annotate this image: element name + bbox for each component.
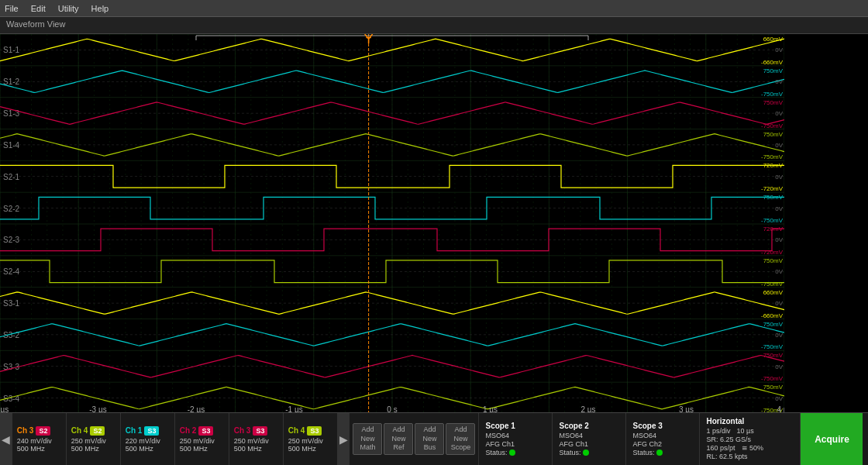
nav-left-btn[interactable]: ◀ bbox=[0, 413, 12, 465]
add-buttons-group: AddNewMathAddNewRefAddNewBusAddNewScope bbox=[350, 413, 479, 465]
menu-file[interactable]: File bbox=[5, 4, 19, 13]
channel-info-2: Ch 1 S3 220 mV/div 500 MHz bbox=[121, 413, 175, 465]
menu-edit[interactable]: Edit bbox=[31, 4, 46, 13]
scope-info-1: Scope 2 MSO64 AFG Ch1 Status: bbox=[553, 413, 626, 465]
channel-info-0: Ch 3 S2 240 mV/div 500 MHz bbox=[12, 413, 67, 465]
add-btn-1[interactable]: AddNewRef bbox=[384, 423, 413, 455]
menu-help[interactable]: Help bbox=[91, 4, 109, 13]
horizontal-row1: 1 ps/div 10 µs bbox=[706, 427, 794, 435]
horizontal-info: Horizontal 1 ps/div 10 µs SR: 6.25 GS/s … bbox=[700, 413, 801, 465]
add-btn-0[interactable]: AddNewMath bbox=[353, 423, 382, 455]
scope-info-2: Scope 3 MSO64 AFG Ch2 Status: bbox=[626, 413, 700, 465]
status-bar: ◀ Ch 3 S2 240 mV/div 500 MHz Ch 4 S2 250… bbox=[0, 412, 868, 465]
waveform-container: Waveform View ◀ Ch 3 S2 240 mV/div 500 M… bbox=[0, 17, 868, 465]
menu-bar: File Edit Utility Help bbox=[0, 0, 868, 17]
channel-info-3: Ch 2 S3 250 mV/div 500 MHz bbox=[175, 413, 229, 465]
waveform-canvas bbox=[0, 34, 784, 412]
add-btn-2[interactable]: AddNewBus bbox=[415, 423, 444, 455]
nav-right-btn[interactable]: ▶ bbox=[338, 413, 350, 465]
horizontal-title: Horizontal bbox=[706, 417, 794, 425]
channel-info-1: Ch 4 S2 250 mV/div 500 MHz bbox=[67, 413, 121, 465]
waveform-title: Waveform View bbox=[0, 17, 868, 34]
channel-info-4: Ch 3 S3 250 mV/div 500 MHz bbox=[229, 413, 284, 465]
channel-info-5: Ch 4 S3 250 mV/div 500 MHz bbox=[284, 413, 338, 465]
add-btn-3[interactable]: AddNewScope bbox=[446, 423, 475, 455]
horizontal-row2: SR: 6.25 GS/s bbox=[706, 436, 794, 443]
main-layout: Waveform View ◀ Ch 3 S2 240 mV/div 500 M… bbox=[0, 17, 868, 465]
scope-info-0: Scope 1 MSO64 AFG Ch1 Status: bbox=[479, 413, 553, 465]
menu-utility[interactable]: Utility bbox=[58, 4, 79, 13]
datetime-block: 29 Oct 2020 6:34:05 PM bbox=[863, 413, 868, 465]
horizontal-row3: 160 ps/pt ≅ 50% bbox=[706, 444, 794, 452]
horizontal-row4: RL: 62.5 kpts bbox=[706, 453, 794, 460]
acquire-button[interactable]: Acquire bbox=[801, 413, 863, 465]
channel-infos: Ch 3 S2 240 mV/div 500 MHz Ch 4 S2 250 m… bbox=[12, 413, 338, 465]
waveform-view[interactable] bbox=[0, 34, 868, 412]
scope-infos: Scope 1 MSO64 AFG Ch1 Status: Scope 2 MS… bbox=[479, 413, 700, 465]
